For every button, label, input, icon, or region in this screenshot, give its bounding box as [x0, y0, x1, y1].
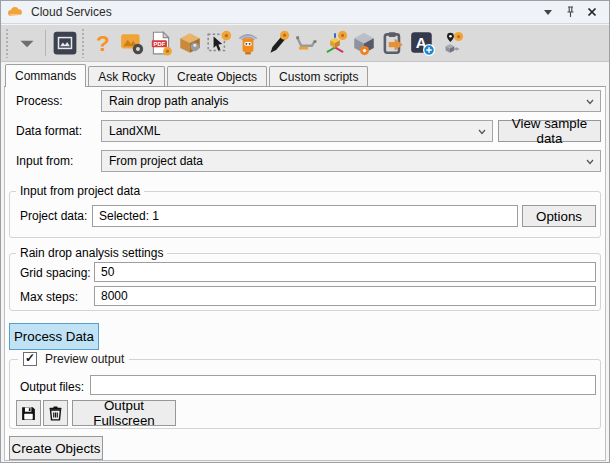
delete-output-button[interactable]	[43, 400, 68, 426]
chevron-down-icon	[544, 10, 552, 15]
project-data-field[interactable]: Selected: 1	[92, 205, 518, 227]
dropdown-arrow-icon	[14, 30, 40, 56]
tab-commands[interactable]: Commands	[5, 64, 86, 87]
commands-tab-page: Process: Rain drop path analyis Data for…	[4, 86, 606, 461]
process-dropdown[interactable]: Rain drop path analyis	[101, 90, 601, 112]
tab-label: Commands	[15, 69, 76, 83]
pdf-export-icon: PDF	[148, 30, 174, 56]
toolbar-grip[interactable]	[81, 28, 86, 58]
help-button[interactable]: ?	[88, 28, 117, 58]
share-location-button[interactable]	[436, 28, 465, 58]
pin-icon	[565, 6, 576, 18]
text-annotation-button[interactable]: A	[407, 28, 436, 58]
cube-gear-button[interactable]	[349, 28, 378, 58]
group-title: Rain drop analysis settings	[16, 246, 167, 260]
svg-text:PDF: PDF	[153, 41, 165, 47]
grid-spacing-value: 50	[101, 265, 114, 279]
rain-drop-settings-group: Rain drop analysis settings Grid spacing…	[9, 253, 601, 311]
max-steps-input[interactable]: 8000	[94, 286, 596, 306]
export-image-button[interactable]	[117, 28, 146, 58]
input-from-dropdown[interactable]: From project data	[101, 150, 601, 172]
process-value: Rain drop path analyis	[109, 94, 228, 108]
input-from-label: Input from:	[16, 150, 73, 172]
selection-cursor-icon	[206, 30, 232, 56]
titlebar: Cloud Services	[1, 1, 609, 24]
chevron-down-icon	[586, 159, 594, 165]
help-icon: ?	[90, 30, 116, 56]
input-from-project-data-group: Input from project data Project data: Se…	[9, 191, 601, 238]
clipboard-paste-button[interactable]	[378, 28, 407, 58]
tab-custom-scripts[interactable]: Custom scripts	[269, 66, 368, 87]
toolbar-separator	[45, 30, 46, 56]
toolbar-grip[interactable]	[5, 28, 10, 58]
preview-output-label: Preview output	[45, 352, 124, 366]
input-from-value: From project data	[109, 154, 203, 168]
create-objects-button[interactable]: Create Objects	[9, 436, 103, 460]
process-label: Process:	[16, 90, 63, 112]
save-output-button[interactable]	[16, 400, 41, 426]
preview-output-group: Preview output Output files:	[9, 359, 601, 429]
polyline-icon	[293, 30, 319, 56]
image-gear-icon	[119, 30, 145, 56]
tab-ask-rocky[interactable]: Ask Rocky	[88, 66, 165, 87]
cube-gear-icon	[351, 30, 377, 56]
export-pdf-button[interactable]: PDF	[146, 28, 175, 58]
pen-button[interactable]	[262, 28, 291, 58]
axes-cube-icon	[322, 30, 348, 56]
share-location-icon	[438, 30, 464, 56]
package-icon	[177, 30, 203, 56]
output-files-label: Output files:	[20, 376, 84, 398]
toolbar: ? PDF	[1, 25, 609, 62]
tab-label: Ask Rocky	[98, 70, 155, 84]
trash-icon	[47, 405, 64, 422]
preview-output-checkbox[interactable]	[23, 352, 37, 366]
view-sample-data-button[interactable]: View sample data	[498, 120, 601, 142]
data-format-value: LandXML	[109, 124, 160, 138]
chevron-down-icon	[586, 99, 594, 105]
image-viewer-button[interactable]	[50, 28, 79, 58]
rocky-button[interactable]	[233, 28, 262, 58]
window-dropdown-button[interactable]	[537, 3, 559, 21]
project-data-value: Selected: 1	[99, 209, 159, 223]
toolbar-dropdown-button[interactable]	[12, 28, 41, 58]
project-data-label: Project data:	[20, 205, 87, 227]
tab-create-objects[interactable]: Create Objects	[167, 66, 267, 87]
svg-text:?: ?	[96, 30, 110, 56]
max-steps-value: 8000	[101, 289, 128, 303]
chevron-down-icon	[478, 129, 486, 135]
rocky-icon	[235, 30, 261, 56]
max-steps-label: Max steps:	[20, 286, 78, 308]
cloud-icon	[7, 6, 23, 18]
cloud-services-panel: Cloud Services	[0, 0, 610, 463]
tabstrip: Commands Ask Rocky Create Objects Custom…	[5, 65, 605, 87]
save-icon	[20, 405, 37, 422]
grid-spacing-label: Grid spacing:	[20, 262, 91, 284]
polyline-button[interactable]	[291, 28, 320, 58]
options-button[interactable]: Options	[522, 205, 596, 227]
group-title: Input from project data	[16, 184, 144, 198]
data-format-dropdown[interactable]: LandXML	[101, 120, 493, 142]
tab-label: Custom scripts	[279, 70, 358, 84]
clipboard-paste-icon	[380, 30, 406, 56]
grid-spacing-input[interactable]: 50	[94, 262, 596, 282]
package-button[interactable]	[175, 28, 204, 58]
tab-label: Create Objects	[177, 70, 257, 84]
close-button[interactable]	[581, 3, 603, 21]
axes-cube-button[interactable]	[320, 28, 349, 58]
process-data-button[interactable]: Process Data	[9, 323, 99, 350]
image-viewer-icon	[52, 30, 78, 56]
pin-button[interactable]	[559, 3, 581, 21]
output-fullscreen-button[interactable]: Output Fullscreen	[72, 400, 176, 426]
close-icon	[587, 7, 597, 17]
output-files-input[interactable]	[90, 375, 596, 395]
text-annotation-icon: A	[409, 30, 435, 56]
selection-button[interactable]	[204, 28, 233, 58]
data-format-label: Data format:	[16, 120, 82, 142]
window-title: Cloud Services	[31, 5, 112, 19]
pen-icon	[264, 30, 290, 56]
